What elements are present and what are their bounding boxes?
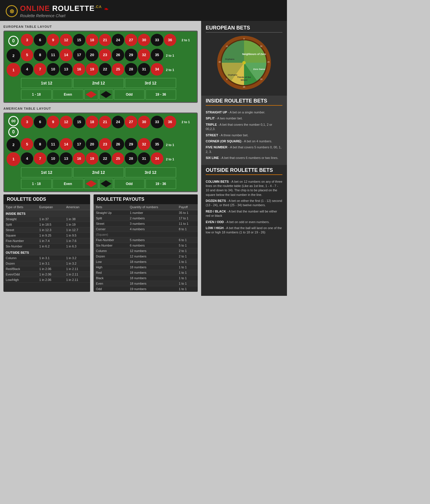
svg-text:Wheel: Wheel xyxy=(241,79,247,81)
zero-number: 0 xyxy=(8,36,19,46)
num-31: 31 xyxy=(138,63,150,75)
bet-even: Even xyxy=(52,89,83,100)
svg-text:35: 35 xyxy=(219,61,221,63)
euro-zero: 0 xyxy=(7,34,20,48)
euro-dozens: 1st 12 2nd 12 3rd 12 xyxy=(7,78,195,88)
num-18: 18 xyxy=(86,34,98,46)
european-layout-title: EUROPEAN TABLE LAYOUT xyxy=(3,25,198,28)
bet-desc: - A two number bet. xyxy=(215,117,243,120)
header-text: ONLINE ROULETTE.ca ❧ Roulette Reference … xyxy=(20,4,109,18)
num-15: 15 xyxy=(73,34,85,46)
payouts-table-wrap: ROULETTE PAYOUTS Bets Quantity of number… xyxy=(94,194,198,292)
bet-even-odd: EVEN / ODD - A bet on odd or even number… xyxy=(206,220,282,224)
table-row: Corner4 numbers8 to 1 xyxy=(94,226,198,232)
table-row: Square1 in 9.251 in 9.5 xyxy=(3,233,90,238)
amer-zero: 0 xyxy=(8,127,19,137)
bet-street: STREET - A three number bet. xyxy=(206,133,282,137)
num-5: 5 xyxy=(21,49,33,61)
amer-black-diamond xyxy=(101,180,112,187)
bet-split: SPLIT - A two number bet. xyxy=(206,116,282,121)
table-row: Dozen1 in 3.11 in 3.2 xyxy=(3,261,90,266)
payout-r1: 2 to 1 xyxy=(177,34,195,46)
table-row: Odd19 numbers1 to 1 xyxy=(94,286,198,292)
table-row: (Square) xyxy=(94,232,198,237)
site-title: ONLINE ROULETTE.ca ❧ xyxy=(20,4,109,13)
bet-desc: - A bet on odd or even numbers. xyxy=(225,220,270,224)
dozen-1st: 1st 12 xyxy=(21,78,72,88)
odds-col-euro: European xyxy=(37,204,64,210)
bet-term: CORNER (OR SQUARE) xyxy=(206,139,241,143)
bet-19-36: 19 - 36 xyxy=(145,89,176,100)
inside-bets-title: INSIDE ROULETTE BETS xyxy=(206,98,282,106)
european-bets-title: EUROPEAN BETS xyxy=(206,25,282,33)
dozen-2nd: 2nd 12 xyxy=(73,78,124,88)
table-row: Straight Up1 number35 to 1 xyxy=(94,210,198,215)
num-4: 4 xyxy=(21,63,33,75)
amer-row-2: 2 5 8 11 14 17 20 23 26 29 32 35 2 to 1 xyxy=(7,138,195,152)
amer-row-3: 1 4 7 10 13 16 19 22 25 28 31 34 2 to 1 xyxy=(7,152,195,166)
european-table: 0 3 6 9 12 15 18 21 24 27 30 33 36 2 to … xyxy=(3,31,198,103)
svg-text:32: 32 xyxy=(260,45,262,47)
num-33: 33 xyxy=(151,34,163,46)
table-row: Five-Number5 numbers6 to 1 xyxy=(94,237,198,243)
odds-col-amer: American xyxy=(64,204,90,210)
red-diamond xyxy=(86,91,97,98)
num-1: 1 xyxy=(7,63,20,77)
bet-red xyxy=(84,89,98,100)
amer-red-diamond xyxy=(86,180,97,187)
svg-text:19: 19 xyxy=(260,78,262,80)
num-24: 24 xyxy=(112,34,124,46)
header: ⊗ ONLINE ROULETTE.ca ❧ Roulette Referenc… xyxy=(0,0,287,21)
bet-term: SPLIT xyxy=(206,117,215,120)
bet-term: RED / BLACK xyxy=(206,210,226,213)
amer-dozens: 1st 12 2nd 12 3rd 12 xyxy=(7,167,195,178)
table-row: Low/High1 in 2.061 in 2.11 xyxy=(3,277,90,282)
odds-table-wrap: ROULETTE ODDS Type of Bets European Amer… xyxy=(3,194,90,292)
payout-r3: 2 to 1 xyxy=(164,63,176,77)
num-22: 22 xyxy=(99,63,111,75)
payouts-table: Bets Quantity of numbers Payoff Straight… xyxy=(94,204,198,292)
num-28: 28 xyxy=(125,63,137,75)
svg-text:15: 15 xyxy=(267,61,270,63)
odds-table: Type of Bets European American INSIDE BE… xyxy=(3,204,90,283)
num-25: 25 xyxy=(112,63,124,75)
bet-term: COLUMN BETS xyxy=(206,180,229,183)
num-13: 13 xyxy=(60,63,72,75)
table-row: Split1 in 18.51 in 19 xyxy=(3,222,90,227)
main-content: EUROPEAN TABLE LAYOUT 0 3 6 9 12 15 18 2… xyxy=(0,21,287,296)
bet-straight-up: STRAIGHT UP - A bet on a single number. xyxy=(206,110,282,115)
bet-five-number: FIVE NUMBER - A bet that covers 5 number… xyxy=(206,145,282,154)
svg-text:Thirds of the: Thirds of the xyxy=(237,76,251,78)
payouts-title: ROULETTE PAYOUTS xyxy=(94,194,198,204)
table-row: Six-Number1 in 6.21 in 6.3 xyxy=(3,243,90,249)
table-row: Split2 numbers17 to 1 xyxy=(94,215,198,221)
table-row: Red/Black1 in 2.061 in 2.11 xyxy=(3,266,90,271)
num-17: 17 xyxy=(73,49,85,61)
outside-bets-section: OUTSIDE ROULETTE BETS xyxy=(201,165,287,178)
num-29: 29 xyxy=(125,49,137,61)
bet-low-high: LOW / HIGH - A bet that the ball will la… xyxy=(206,226,282,235)
euro-row-1: 0 3 6 9 12 15 18 21 24 27 30 33 36 2 to … xyxy=(7,34,195,48)
num-26: 26 xyxy=(112,49,124,61)
svg-text:Zero Game: Zero Game xyxy=(253,68,265,70)
svg-text:3: 3 xyxy=(226,78,227,80)
num-2: 2 xyxy=(7,49,20,62)
zero-stack: 00 0 xyxy=(8,116,19,137)
num-7: 7 xyxy=(34,63,46,75)
num-9: 9 xyxy=(47,34,59,46)
num-14: 14 xyxy=(60,49,72,61)
amer-row-1: 00 0 3 6 9 12 15 18 21 24 27 30 33 36 2 … xyxy=(7,116,195,137)
bet-desc: - A bet that covers 6 numbers or two lin… xyxy=(220,156,278,160)
num-23: 23 xyxy=(99,49,111,61)
svg-point-3 xyxy=(242,61,246,64)
num-27: 27 xyxy=(125,34,137,46)
num-21: 21 xyxy=(99,34,111,46)
table-row: Dozen12 numbers2 to 1 xyxy=(94,253,198,259)
outside-bets-header: OUTSIDE BETS xyxy=(3,249,90,255)
svg-text:Orphans: Orphans xyxy=(228,74,237,76)
left-panel: EUROPEAN TABLE LAYOUT 0 3 6 9 12 15 18 2… xyxy=(0,21,201,296)
euro-row-2: 2 5 8 11 14 17 20 23 26 29 32 35 2 to 1 xyxy=(7,49,195,62)
num-12: 12 xyxy=(60,34,72,46)
euro-row-3: 1 4 7 10 13 16 19 22 25 28 31 34 2 to 1 xyxy=(7,63,195,77)
bottom-section: ROULETTE ODDS Type of Bets European Amer… xyxy=(3,194,198,292)
